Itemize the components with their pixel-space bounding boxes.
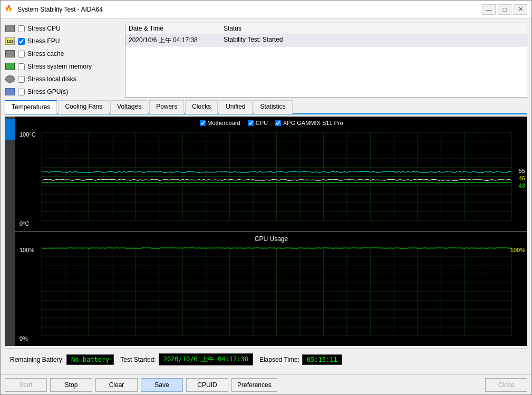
battery-status: Remaining Battery: No battery [10, 354, 114, 365]
close-button[interactable]: Close [485, 378, 527, 392]
main-window: 🔥 System Stability Test - AIDA64 — □ ✕ S… [0, 0, 532, 395]
stress-cache-checkbox[interactable] [18, 51, 25, 57]
stress-cpu-label[interactable]: Stress CPU [27, 25, 61, 32]
test-started-label: Test Started: [120, 356, 156, 363]
battery-value: No battery [66, 354, 114, 365]
cpu-icon [5, 24, 15, 33]
cpuid-button[interactable]: CPUID [186, 378, 228, 392]
ram-icon [5, 62, 15, 71]
tab-voltages[interactable]: Voltages [110, 100, 148, 114]
stress-cpu-item: Stress CPU [5, 23, 121, 34]
charts-area: Motherboard CPU XPG GAMMIX S11 Pro 100°C… [5, 117, 527, 346]
gpu-icon [5, 88, 15, 96]
stop-button[interactable]: Stop [50, 378, 92, 392]
save-button[interactable]: Save [141, 378, 183, 392]
temp-val-3: 43 [519, 182, 525, 189]
log-status-header: Status [224, 25, 524, 32]
stress-fpu-label[interactable]: Stress FPU [27, 37, 60, 45]
titlebar: 🔥 System Stability Test - AIDA64 — □ ✕ [1, 1, 531, 18]
stress-options-panel: Stress CPU 123 Stress FPU Stress ca [5, 23, 121, 98]
status-bar: Remaining Battery: No battery Test Start… [5, 348, 527, 370]
legend-motherboard-label: Motherboard [207, 120, 240, 126]
tab-cooling-fans[interactable]: Cooling Fans [58, 100, 109, 114]
cpu-y-low: 0% [20, 335, 28, 342]
temperature-canvas [15, 117, 527, 231]
temp-y-high: 100°C [20, 131, 36, 138]
legend-motherboard-check[interactable] [199, 120, 205, 126]
log-table-header: Date & Time Status [125, 23, 527, 34]
test-started-status: Test Started: 2020/10/6 上午 04:17:38 [120, 353, 253, 365]
titlebar-controls: — □ ✕ [482, 4, 527, 15]
log-status-value: Stability Test: Started [224, 36, 524, 45]
tab-unified[interactable]: Unified [219, 100, 252, 114]
bottom-buttons: Start Stop Clear Save CPUID Preferences … [1, 374, 531, 394]
stress-fpu-checkbox[interactable] [18, 38, 25, 45]
tab-temperatures[interactable]: Temperatures [5, 100, 57, 114]
stress-cache-label[interactable]: Stress cache [27, 50, 64, 57]
preferences-button[interactable]: Preferences [231, 378, 277, 392]
stress-memory-checkbox[interactable] [18, 63, 25, 70]
clear-button[interactable]: Clear [95, 378, 138, 392]
stress-disks-label[interactable]: Stress local disks [27, 75, 76, 83]
elapsed-status: Elapsed Time: 05:15:11 [259, 354, 342, 365]
fpu-icon: 123 [5, 37, 15, 45]
stress-fpu-item: 123 Stress FPU [5, 35, 121, 47]
left-sidebar [5, 117, 15, 346]
maximize-button[interactable]: □ [498, 4, 511, 15]
log-table: Date & Time Status 2020/10/6 上午 04:17:38… [125, 23, 527, 98]
tabs-bar: Temperatures Cooling Fans Voltages Power… [5, 100, 527, 114]
cpu-right-label: 100% [510, 247, 525, 253]
stress-disks-item: Stress local disks [5, 73, 121, 85]
temp-chart-legend: Motherboard CPU XPG GAMMIX S11 Pro [199, 120, 343, 126]
stress-gpu-checkbox[interactable] [18, 89, 25, 95]
top-section: Stress CPU 123 Stress FPU Stress ca [5, 23, 527, 98]
start-button[interactable]: Start [5, 378, 47, 392]
log-datetime-value: 2020/10/6 上午 04:17:38 [129, 36, 224, 45]
log-datetime-header: Date & Time [129, 25, 224, 32]
sidebar-blue-indicator [5, 119, 15, 140]
close-window-button[interactable]: ✕ [514, 4, 527, 15]
stress-memory-item: Stress system memory [5, 61, 121, 72]
cpu-y-high: 100% [20, 247, 34, 253]
test-started-value: 2020/10/6 上午 04:17:38 [159, 353, 253, 365]
window-title: System Stability Test - AIDA64 [17, 6, 482, 13]
log-row: 2020/10/6 上午 04:17:38 Stability Test: St… [125, 34, 527, 47]
cpu-chart-title: CPU Usage [255, 235, 288, 243]
minimize-button[interactable]: — [482, 4, 496, 15]
stress-gpu-label[interactable]: Stress GPU(s) [27, 88, 68, 95]
elapsed-label: Elapsed Time: [259, 356, 299, 363]
main-content: Stress CPU 123 Stress FPU Stress ca [1, 18, 531, 374]
temp-val-1: 55 [519, 168, 525, 174]
temperature-chart: Motherboard CPU XPG GAMMIX S11 Pro 100°C… [15, 117, 527, 231]
cpu-usage-chart: CPU Usage 100% 0% 100% [15, 231, 527, 346]
legend-cpu: CPU [248, 120, 268, 126]
stress-gpu-item: Stress GPU(s) [5, 86, 121, 98]
battery-label: Remaining Battery: [10, 356, 64, 363]
disk-icon [5, 75, 15, 83]
tab-clocks[interactable]: Clocks [185, 100, 218, 114]
legend-motherboard: Motherboard [199, 120, 240, 126]
stress-memory-label[interactable]: Stress system memory [27, 63, 92, 70]
elapsed-value: 05:15:11 [302, 354, 342, 365]
app-icon: 🔥 [5, 5, 14, 14]
stress-cpu-checkbox[interactable] [18, 25, 25, 32]
temp-val-2: 46 [519, 175, 525, 181]
legend-xpg: XPG GAMMIX S11 Pro [275, 120, 343, 126]
stress-cache-item: Stress cache [5, 48, 121, 60]
legend-xpg-label: XPG GAMMIX S11 Pro [283, 120, 343, 126]
legend-cpu-label: CPU [256, 120, 268, 126]
tab-powers[interactable]: Powers [149, 100, 184, 114]
legend-xpg-check[interactable] [275, 120, 281, 126]
tab-statistics[interactable]: Statistics [254, 100, 293, 114]
cpu-usage-canvas [15, 232, 527, 346]
legend-cpu-check[interactable] [248, 120, 254, 126]
temp-right-values: 55 46 43 [519, 168, 525, 189]
stress-disks-checkbox[interactable] [18, 76, 25, 83]
cache-icon [5, 50, 15, 58]
tabs-section: Temperatures Cooling Fans Voltages Power… [5, 100, 527, 114]
temp-y-low: 0°C [20, 220, 29, 227]
